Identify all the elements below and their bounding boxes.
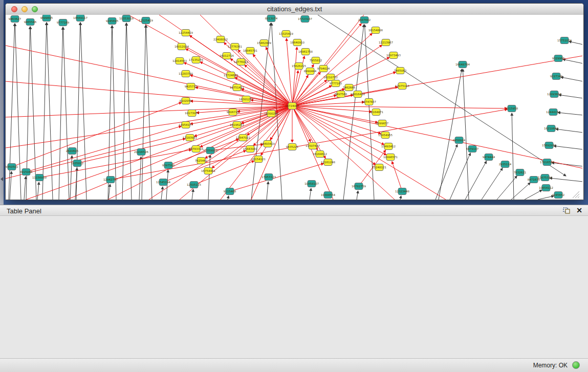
graph-node-yellow[interactable]: 16012716 — [220, 53, 234, 59]
panel-collapse-arrow-icon[interactable] — [1, 177, 3, 181]
graph-node-yellow[interactable]: 16961758 — [298, 49, 313, 55]
svg-text:8215958: 8215958 — [506, 107, 518, 110]
graph-node-yellow[interactable]: 15248121 — [372, 164, 386, 171]
graph-node-yellow[interactable]: 8102059 — [180, 98, 192, 104]
network-graph[interactable]: 9463627946554696996959777169145691179245… — [6, 15, 582, 200]
graph-node-teal[interactable]: 17359928 — [203, 147, 217, 154]
graph-node-teal[interactable]: 10654112 — [539, 185, 553, 191]
graph-node-teal[interactable]: 9350501 — [6, 164, 18, 170]
graph-node-teal[interactable]: 14569117 — [73, 15, 88, 21]
graph-node-yellow[interactable]: 13325419 — [279, 31, 293, 37]
graph-node-yellow[interactable]: 12213967 — [379, 39, 393, 46]
graph-node-yellow[interactable]: 10747437 — [362, 99, 376, 105]
graph-node-teal[interactable]: 15751074 — [557, 37, 572, 44]
graph-node-teal[interactable]: 11525419 — [139, 17, 153, 24]
graph-node-teal[interactable]: 8215958 — [506, 105, 518, 112]
graph-node-yellow[interactable]: 12161248 — [321, 159, 335, 166]
window-resize-grip[interactable] — [573, 191, 579, 198]
graph-node-teal[interactable]: 19384554 — [321, 192, 335, 199]
graph-node-yellow[interactable]: 16754461 — [201, 168, 215, 174]
graph-node-yellow[interactable]: 7955812 — [310, 57, 322, 64]
graph-node-yellow[interactable]: 9435221 — [286, 144, 299, 150]
graph-node-yellow[interactable]: 7485063 — [394, 68, 407, 74]
float-panel-icon[interactable] — [563, 207, 571, 214]
svg-text:6497568: 6497568 — [335, 93, 347, 96]
graph-node-teal[interactable]: 16648784 — [455, 61, 470, 68]
graph-node-teal[interactable]: 9474444 — [483, 154, 495, 161]
close-panel-icon[interactable]: ✕ — [576, 206, 582, 214]
memory-ok-indicator-icon[interactable] — [572, 361, 580, 369]
graph-node-teal[interactable]: 17957223 — [262, 174, 276, 181]
graph-node-yellow[interactable]: 10173071 — [185, 110, 199, 117]
svg-text:9397588: 9397588 — [162, 164, 175, 167]
graph-node-yellow[interactable]: 12776022 — [234, 59, 248, 65]
graph-node-yellow[interactable]: 10751422 — [230, 84, 244, 91]
graph-node-teal[interactable]: 9777169 — [57, 19, 70, 26]
graph-node-yellow[interactable]: 11283790 — [179, 71, 193, 77]
graph-node-teal[interactable]: 9465546 — [24, 19, 37, 26]
graph-node-yellow[interactable]: 12164871 — [369, 109, 383, 116]
graph-node-yellow[interactable]: 16154808 — [368, 27, 383, 34]
graph-node-yellow[interactable]: 16012024 — [175, 43, 189, 50]
graph-node-teal[interactable]: 2620605 — [66, 148, 79, 155]
graph-node-teal[interactable]: 11545194 — [156, 179, 170, 186]
graph-node-yellow[interactable]: 16164612 — [313, 151, 327, 158]
graph-node-teal[interactable]: 12323448 — [395, 188, 409, 195]
graph-node-yellow[interactable]: 15493419 — [260, 141, 275, 147]
graph-node-teal[interactable]: 17016504 — [540, 159, 554, 166]
graph-node-teal[interactable]: 9245652 — [552, 192, 565, 199]
graph-node-yellow[interactable]: 15954955 — [378, 132, 393, 139]
graph-node-teal[interactable]: 7632621 — [514, 169, 527, 176]
graph-node-yellow[interactable]: 9794024 — [317, 65, 330, 72]
svg-text:16783318: 16783318 — [189, 147, 203, 150]
graph-node-yellow[interactable]: 8099657 — [376, 120, 389, 127]
graph-node-teal[interactable]: 9463627 — [9, 16, 21, 23]
network-canvas[interactable]: 9463627946554696996959777169145691179245… — [6, 15, 583, 200]
graph-node-yellow[interactable]: 16816418 — [351, 91, 365, 98]
graph-node-yellow[interactable]: 8990444 — [304, 68, 317, 75]
graph-node-teal[interactable]: 10958107 — [304, 181, 319, 187]
graph-node-teal[interactable]: 12444151 — [546, 109, 560, 116]
graph-node-yellow[interactable]: 15462809 — [257, 40, 271, 47]
graph-node-teal[interactable]: 10353019 — [119, 15, 134, 22]
svg-text:15723187: 15723187 — [298, 17, 312, 20]
graph-node-teal[interactable]: 6479197 — [466, 146, 479, 152]
graph-node-teal[interactable]: 16210643 — [544, 125, 558, 132]
graph-node-yellow[interactable]: 18845701 — [243, 48, 257, 54]
svg-text:9777169: 9777169 — [57, 21, 70, 24]
svg-text:12213967: 12213967 — [379, 41, 393, 44]
graph-node-teal[interactable]: 9245695 — [106, 18, 119, 25]
svg-text:12254419: 12254419 — [179, 31, 193, 34]
graph-node-yellow[interactable]: 22408012 — [213, 36, 228, 43]
graph-node-yellow[interactable]: 11507427 — [306, 143, 320, 149]
graph-node-teal[interactable]: 15723187 — [298, 16, 312, 23]
graph-node-teal[interactable]: 2087682 — [358, 17, 371, 24]
graph-node-teal[interactable]: 12093837 — [547, 91, 561, 98]
graph-node-teal[interactable]: 16782759 — [352, 183, 366, 190]
svg-text:11507427: 11507427 — [306, 144, 320, 147]
network-window-titlebar[interactable]: citations_edges.txt — [6, 4, 583, 15]
graph-node-yellow[interactable]: 12975115 — [395, 83, 409, 90]
graph-node-yellow[interactable]: 13954177 — [179, 122, 193, 128]
graph-node-teal[interactable]: 11156859 — [32, 174, 47, 181]
graph-node-teal[interactable]: 9227349 — [550, 73, 563, 80]
graph-node-yellow[interactable]: 12254419 — [179, 30, 193, 36]
graph-node-teal[interactable]: 8813074 — [265, 15, 278, 22]
graph-node-yellow[interactable]: 9425712 — [185, 83, 198, 90]
graph-node-yellow[interactable]: 18640910 — [290, 39, 304, 46]
graph-node-yellow[interactable]: 15626215 — [292, 63, 306, 70]
graph-node-teal[interactable]: 9115468 — [224, 188, 236, 195]
svg-text:9350501: 9350501 — [6, 165, 18, 168]
citation-nodes[interactable]: 9463627946554696996959777169145691179245… — [6, 15, 572, 199]
svg-text:10173071: 10173071 — [185, 112, 199, 115]
graph-node-yellow[interactable]: 16210722 — [323, 74, 338, 81]
svg-text:16164612: 16164612 — [313, 152, 327, 156]
graph-node-teal[interactable]: 1935812 — [71, 160, 84, 167]
svg-text:12444151: 12444151 — [546, 111, 560, 114]
graph-node-yellow[interactable]: 7462666 — [343, 84, 356, 91]
graph-node-teal[interactable]: 11675323 — [538, 174, 552, 181]
graph-node-teal[interactable]: 15692971 — [542, 142, 556, 149]
graph-node-teal[interactable]: 9397588 — [162, 162, 175, 169]
graph-node-teal[interactable]: 9699695 — [40, 15, 53, 21]
graph-node-teal[interactable]: 2935114 — [499, 161, 512, 168]
